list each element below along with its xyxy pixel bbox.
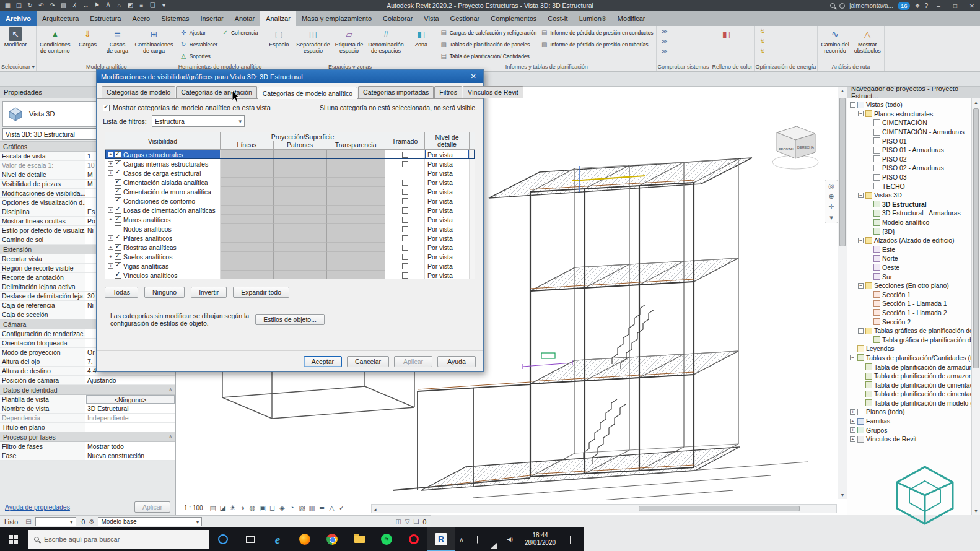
tab-cost-it[interactable]: Cost-It xyxy=(542,11,573,26)
halftone-cell[interactable] xyxy=(385,206,425,215)
tab-arquitectura[interactable]: Arquitectura xyxy=(37,11,84,26)
tree-item[interactable]: PISO 02 xyxy=(847,155,971,164)
ayuda-button[interactable]: Ayuda xyxy=(437,356,476,367)
detail-level-cell[interactable]: Por vista xyxy=(425,178,470,187)
tab-lumion[interactable]: Lumion® xyxy=(574,11,612,26)
patterns-override-cell[interactable] xyxy=(274,261,327,271)
detail-level-cell[interactable]: Por vista xyxy=(425,168,470,178)
transparency-override-cell[interactable] xyxy=(327,271,385,279)
object-styles-button[interactable]: Estilos de objeto... xyxy=(255,314,325,325)
path-of-travel-button[interactable]: Camino del recorrido xyxy=(819,27,851,54)
halftone-cell[interactable] xyxy=(385,252,425,261)
detail-level-cell[interactable]: Por vista xyxy=(425,159,470,168)
halftone-checkbox[interactable] xyxy=(402,198,408,204)
visibility-checkbox[interactable] xyxy=(115,262,121,269)
table-row[interactable]: Pilares analíticos Por vista xyxy=(105,233,475,243)
open-icon[interactable]: ▦ xyxy=(2,0,13,11)
load-cases-button[interactable]: Casos de carga xyxy=(103,27,132,54)
tab-archivo[interactable]: Archivo xyxy=(0,11,37,26)
show-analytical-model-icon[interactable]: △ xyxy=(327,504,337,512)
table-row[interactable]: Condiciones de contorno Por vista xyxy=(105,196,475,206)
space-tag-button[interactable]: Etiqueta de espacio xyxy=(333,27,365,54)
save-icon[interactable]: ◫ xyxy=(14,0,24,11)
tree-item[interactable]: Oeste xyxy=(847,263,971,272)
halftone-cell[interactable] xyxy=(385,224,425,233)
tree-item[interactable]: Grupos xyxy=(847,425,971,435)
tab-estructura[interactable]: Estructura xyxy=(84,11,126,26)
lines-override-cell[interactable] xyxy=(221,243,274,252)
tab-masa-y-emplazamiento[interactable]: Masa y emplazamiento xyxy=(296,11,377,26)
transparency-override-cell[interactable] xyxy=(327,196,385,206)
app-store-icon[interactable]: ❖ xyxy=(914,2,920,9)
rendering-icon[interactable]: ◍ xyxy=(248,504,258,512)
tree-item[interactable]: Tabla de planificación de modelo gen... xyxy=(847,399,971,408)
transparency-override-cell[interactable] xyxy=(327,224,385,233)
design-options-combo[interactable]: Modelo base xyxy=(98,517,202,526)
category-cell[interactable]: Vínculos analíticos xyxy=(105,271,221,279)
chrome-button[interactable] xyxy=(318,527,346,551)
visibility-checkbox[interactable] xyxy=(115,179,121,186)
tree-expander-icon[interactable] xyxy=(850,419,855,424)
tree-item[interactable]: Tablas de planificación/Cantidades (to..… xyxy=(847,354,971,363)
halftone-checkbox[interactable] xyxy=(402,207,408,214)
mic-icon[interactable] xyxy=(471,536,484,543)
scroll-up-icon[interactable] xyxy=(972,98,980,106)
property-row[interactable]: FaseNueva construcción xyxy=(0,451,175,461)
visibility-checkbox[interactable] xyxy=(115,188,121,195)
tree-item[interactable]: Planos estructurales xyxy=(847,110,971,119)
patterns-override-cell[interactable] xyxy=(274,233,327,243)
halftone-cell[interactable] xyxy=(385,233,425,243)
tree-expander-icon[interactable] xyxy=(850,427,855,433)
reveal-hidden-elements-icon[interactable]: ▧ xyxy=(297,504,307,512)
group-label-check-systems[interactable]: Comprobar sistemas xyxy=(658,63,709,71)
table-row[interactable]: Cimentación aislada analítica Por vista xyxy=(105,178,475,187)
tree-expander-icon[interactable] xyxy=(858,328,864,334)
lines-override-cell[interactable] xyxy=(221,252,274,261)
lines-override-cell[interactable] xyxy=(221,271,274,279)
halftone-checkbox[interactable] xyxy=(402,152,408,158)
table-row[interactable]: Cimentación de muro analítica Por vista xyxy=(105,187,475,196)
patterns-override-cell[interactable] xyxy=(274,206,327,215)
volume-icon[interactable]: ◀) xyxy=(503,536,517,542)
expand-icon[interactable] xyxy=(108,161,113,167)
scrollbar-thumb[interactable] xyxy=(839,98,846,246)
lines-override-cell[interactable] xyxy=(221,187,274,196)
sun-path-icon[interactable]: ☀ xyxy=(228,504,238,512)
halftone-checkbox[interactable] xyxy=(402,217,408,223)
halftone-checkbox[interactable] xyxy=(402,189,408,195)
detail-level-cell[interactable]: Por vista xyxy=(425,206,470,215)
scroll-up-icon[interactable] xyxy=(838,87,847,95)
tree-item[interactable]: Sección 2 xyxy=(847,317,971,326)
section-header-proceso-fases[interactable]: Proceso por fases∧ xyxy=(0,432,175,442)
signed-in-user[interactable]: jaimemontava... xyxy=(849,2,893,9)
tree-expander-icon[interactable] xyxy=(850,436,855,442)
space-naming-button[interactable]: Denominación de espacios xyxy=(366,27,406,54)
visibility-checkbox[interactable] xyxy=(115,207,121,214)
tree-expander-icon[interactable] xyxy=(858,111,864,116)
expand-icon[interactable] xyxy=(108,170,113,176)
tree-item[interactable]: PISO 01 - Armaduras xyxy=(847,145,971,155)
transparency-override-cell[interactable] xyxy=(327,261,385,271)
lines-override-cell[interactable] xyxy=(221,233,274,243)
customize-qat-icon[interactable]: ▾ xyxy=(159,0,169,11)
lines-override-cell[interactable] xyxy=(221,206,274,215)
lines-override-cell[interactable] xyxy=(221,159,274,168)
spotify-button[interactable]: ≋ xyxy=(373,527,400,551)
tree-item[interactable]: PISO 02 - Armaduras xyxy=(847,163,971,173)
halftone-cell[interactable] xyxy=(385,159,425,168)
transparency-override-cell[interactable] xyxy=(327,168,385,178)
dialog-close-icon[interactable] xyxy=(468,72,479,80)
detail-level-cell[interactable]: Por vista xyxy=(425,252,470,261)
tab-anotar[interactable]: Anotar xyxy=(229,11,260,26)
tree-item[interactable]: Vistas 3D xyxy=(847,191,971,200)
visibility-checkbox[interactable] xyxy=(115,160,121,167)
tree-item[interactable]: Este xyxy=(847,245,971,254)
tree-item[interactable]: Planos (todo) xyxy=(847,407,971,417)
halftone-cell[interactable] xyxy=(385,215,425,224)
aceptar-button[interactable]: Aceptar xyxy=(304,356,342,367)
category-cell[interactable]: Nodos analíticos xyxy=(105,224,221,233)
consistency-checks-button[interactable]: Coherencia xyxy=(220,27,259,38)
filter-icon[interactable]: ▽ xyxy=(405,518,410,525)
halftone-cell[interactable] xyxy=(385,150,425,159)
detail-level-cell[interactable]: Por vista xyxy=(425,224,470,233)
